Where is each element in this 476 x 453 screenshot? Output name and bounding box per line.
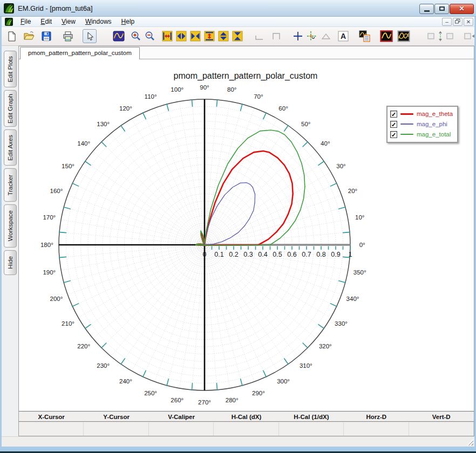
zoom-out-button[interactable]	[143, 29, 157, 43]
sidebar-tab-edit-graph[interactable]: Edit Graph	[4, 90, 17, 127]
menu-edit[interactable]: Edit	[36, 17, 56, 26]
svg-text:230°: 230°	[97, 362, 110, 369]
print-button[interactable]	[61, 29, 75, 43]
autoscale-button[interactable]	[112, 29, 126, 43]
legend-row-mag_e_theta: ✓mag_e_theta	[390, 109, 453, 119]
svg-text:290°: 290°	[252, 389, 265, 396]
sidebar-tab-workspace[interactable]: Workspace	[4, 204, 17, 248]
rectangle-tool-button[interactable]	[269, 29, 283, 43]
zoom-out-icon	[145, 31, 155, 42]
rectangle-tool-icon	[271, 31, 281, 41]
svg-text:10°: 10°	[355, 214, 364, 221]
mdi-restore-button[interactable]	[453, 18, 463, 26]
open-folder-icon	[24, 31, 35, 41]
curve-tracker-button[interactable]	[305, 29, 319, 43]
v-expand-red-icon	[204, 31, 215, 42]
expand-horizontal-button[interactable]	[160, 29, 174, 43]
svg-text:60°: 60°	[278, 105, 288, 112]
stretch-horizontal-out-button[interactable]	[174, 29, 188, 43]
distribute-vertical-icon	[426, 31, 454, 42]
mdi-minimize-button[interactable]: –	[442, 18, 452, 26]
stretch-vertical-out-button[interactable]	[216, 29, 230, 43]
active-curve-icon	[380, 30, 393, 42]
tab-pmom-pattern-polar-custom[interactable]: pmom_pattern_pattern_polar_custom	[20, 47, 140, 59]
cursor-value-cell	[344, 422, 409, 436]
sidebar-tab-label: Edit Plots	[7, 56, 13, 83]
svg-text:0.2: 0.2	[229, 251, 238, 258]
svg-text:30°: 30°	[336, 163, 345, 169]
svg-text:0.1: 0.1	[214, 251, 223, 258]
v-arrows-in-icon	[232, 31, 243, 42]
minimize-button[interactable]	[419, 4, 434, 14]
resize-grip[interactable]	[467, 439, 473, 445]
svg-text:140°: 140°	[77, 140, 90, 147]
svg-text:270°: 270°	[198, 399, 211, 406]
svg-text:0.4: 0.4	[258, 251, 267, 258]
distribute-horizontal-button[interactable]	[463, 29, 474, 43]
corner-tool-button[interactable]	[252, 29, 266, 43]
zoom-in-button[interactable]	[129, 29, 143, 43]
text-annotation-button[interactable]: A	[336, 29, 350, 43]
cursor-col-y-cursor: Y-Cursor	[84, 412, 148, 421]
legend-toggle-button[interactable]	[358, 29, 372, 43]
svg-text:50°: 50°	[301, 121, 310, 127]
svg-text:240°: 240°	[119, 378, 132, 385]
text-tool-icon: A	[338, 31, 349, 42]
legend-label: mag_e_total	[417, 131, 451, 138]
sidebar-tab-label: Hide	[7, 256, 13, 269]
mdi-close-button[interactable]: ✕	[464, 18, 473, 26]
all-curves-button[interactable]	[397, 29, 411, 43]
sidebar-tab-label: Tracker	[7, 175, 13, 196]
new-document-icon	[7, 31, 17, 42]
document-icon	[5, 18, 13, 26]
sidebar-tab-edit-axes[interactable]: Edit Axes	[4, 129, 17, 166]
slope-triangle-button[interactable]	[319, 29, 333, 43]
cursor-col-horz-d: Horz-D	[344, 412, 409, 421]
graph-area[interactable]: 00.10.20.30.40.50.60.70.80.910°10°20°30°…	[19, 59, 474, 411]
legend-toggle-icon	[359, 30, 371, 42]
open-file-button[interactable]	[22, 29, 36, 43]
window-border-bottom	[0, 447, 476, 451]
select-pointer-button[interactable]	[83, 29, 97, 43]
zoom-in-icon	[131, 31, 141, 42]
h-expand-red-icon	[162, 31, 173, 42]
sidebar-tab-tracker[interactable]: Tracker	[4, 168, 17, 202]
close-button[interactable]: ✕	[450, 4, 474, 14]
legend-row-mag_e_total: ✓mag_e_total	[390, 129, 453, 140]
compress-horizontal-button[interactable]	[188, 29, 202, 43]
svg-text:320°: 320°	[319, 343, 332, 349]
svg-text:100°: 100°	[171, 86, 183, 93]
all-curves-icon	[397, 30, 410, 42]
svg-text:180°: 180°	[40, 242, 53, 248]
legend-checkbox-mag_e_theta[interactable]: ✓	[390, 111, 397, 118]
compress-vertical-button[interactable]	[230, 29, 244, 43]
distribute-vertical-button[interactable]	[426, 29, 455, 43]
crosshair-icon	[293, 31, 303, 42]
new-document-button[interactable]	[5, 29, 19, 43]
expand-vertical-button[interactable]	[202, 29, 216, 43]
sidebar-tab-hide[interactable]: Hide	[4, 250, 17, 275]
menu-windows[interactable]: Windows	[81, 17, 116, 26]
cursor-table-values	[19, 422, 474, 436]
menu-view[interactable]: View	[57, 17, 80, 26]
window-frame: FileEditViewWindowsHelp – ✕	[0, 17, 476, 447]
restore-icon	[455, 19, 460, 24]
legend-line-sample	[400, 134, 413, 135]
svg-text:0.6: 0.6	[287, 251, 296, 258]
app-icon	[4, 3, 14, 13]
svg-text:310°: 310°	[300, 362, 312, 369]
svg-text:200°: 200°	[50, 296, 63, 302]
h-arrows-in-icon	[190, 31, 201, 42]
menu-help[interactable]: Help	[117, 17, 139, 26]
save-button[interactable]	[39, 29, 53, 43]
legend-checkbox-mag_e_total[interactable]: ✓	[390, 131, 397, 138]
legend-checkbox-mag_e_phi[interactable]: ✓	[390, 121, 397, 128]
svg-text:0.5: 0.5	[273, 251, 282, 258]
cursor-col-h-cal-1-dx-: H-Cal (1/dX)	[279, 412, 344, 421]
maximize-button[interactable]	[434, 4, 449, 14]
menu-file[interactable]: File	[16, 17, 35, 26]
sidebar-tab-edit-plots[interactable]: Edit Plots	[4, 51, 17, 87]
active-curve-button[interactable]	[379, 29, 393, 43]
cursor-value-cell	[409, 422, 474, 436]
crosshair-button[interactable]	[291, 29, 305, 43]
